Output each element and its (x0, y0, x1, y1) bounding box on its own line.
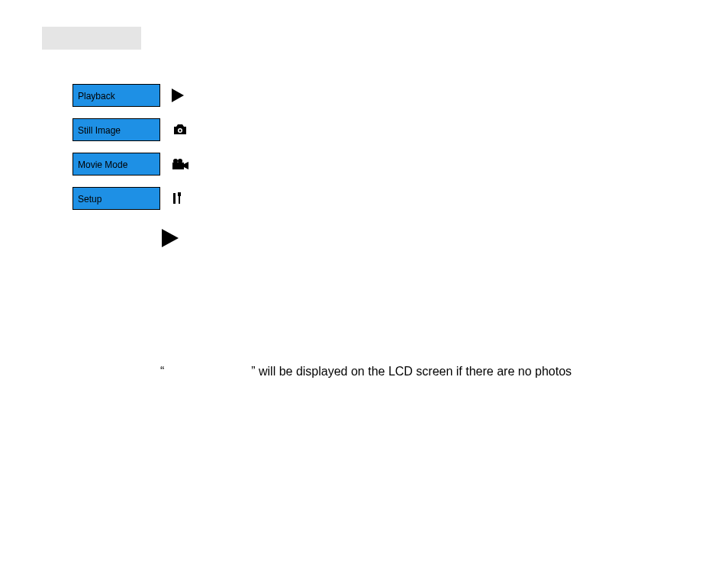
video-camera-icon (172, 156, 195, 172)
play-indicator-icon (162, 229, 179, 247)
svg-point-1 (179, 130, 182, 132)
playback-button[interactable]: Playback (72, 84, 160, 107)
quote-message: ” will be displayed on the LCD screen if… (251, 365, 572, 378)
svg-rect-4 (172, 163, 184, 169)
page-root: Playback Still Image Movie Mode (0, 0, 728, 583)
setup-button[interactable]: Setup (72, 187, 160, 210)
menu-row-setup: Setup (72, 187, 195, 210)
menu-row-still-image: Still Image (72, 118, 195, 141)
play-icon (172, 88, 195, 103)
section-header-bar (42, 27, 141, 50)
svg-rect-6 (178, 192, 181, 196)
still-image-button[interactable]: Still Image (72, 118, 160, 141)
menu-row-playback: Playback (72, 84, 195, 107)
tools-icon (172, 191, 195, 206)
mode-menu: Playback Still Image Movie Mode (72, 84, 195, 221)
quote-open: “ (160, 365, 164, 378)
menu-row-movie-mode: Movie Mode (72, 153, 195, 176)
camera-icon (172, 122, 195, 137)
svg-rect-7 (179, 196, 180, 204)
movie-mode-button[interactable]: Movie Mode (72, 153, 160, 176)
svg-rect-5 (173, 193, 176, 204)
note-text: “ ” will be displayed on the LCD screen … (160, 365, 572, 378)
